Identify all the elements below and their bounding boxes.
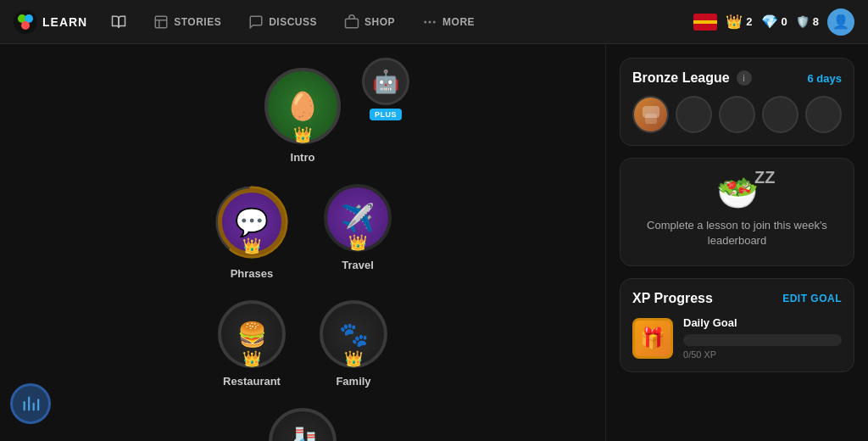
course-map: 🤖 PLUS 🥚 👑 Intro — [0, 44, 605, 441]
main-container: 🤖 PLUS 🥚 👑 Intro — [0, 44, 868, 441]
travel-label: Travel — [342, 259, 374, 271]
avatar-icon-1 — [638, 102, 664, 127]
shop-icon — [344, 14, 359, 30]
crown-count: 2 — [746, 15, 752, 28]
intro-label: Intro — [291, 151, 315, 164]
league-info-button[interactable]: i — [737, 70, 752, 86]
plus-badge: PLUS — [370, 109, 402, 120]
strength-button[interactable] — [10, 383, 51, 424]
burger-icon: 🍔 — [237, 321, 267, 349]
league-avatar-5[interactable] — [805, 96, 842, 133]
shield-count: 8 — [813, 15, 819, 28]
lesson-node-intro[interactable]: 🥚 👑 Intro — [264, 68, 341, 164]
svg-point-7 — [434, 21, 436, 23]
nav-right: 👑 2 💎 0 🛡️ 8 👤 — [693, 8, 854, 36]
restaurant-circle: 🍔 👑 — [218, 300, 286, 368]
svg-rect-4 — [155, 16, 167, 28]
nav-logo[interactable]: LEARN — [14, 10, 87, 34]
gem-icon: 💎 — [761, 14, 778, 30]
plus-circle: 🤖 — [362, 58, 409, 105]
league-header: Bronze League i 6 days — [632, 70, 842, 86]
phrases-ring-container: 💬 👑 — [214, 184, 290, 260]
more-icon — [422, 14, 437, 30]
svg-point-8 — [425, 21, 426, 23]
gem-count: 0 — [782, 15, 787, 28]
shield-stat[interactable]: 🛡️ 8 — [796, 15, 819, 28]
xp-bar-section: Daily Goal 0/50 XP — [683, 316, 842, 360]
sleeping-food-icon: 🥗 — [716, 174, 759, 211]
paw-icon: 🐾 — [339, 321, 369, 349]
league-avatar-1[interactable] — [632, 96, 669, 133]
intro-crown-badge: 👑 — [293, 126, 312, 144]
book-icon — [111, 14, 126, 30]
crown-stat[interactable]: 👑 2 — [726, 14, 752, 30]
xp-progress-bar-bg — [683, 334, 842, 346]
intro-circle: 🥚 👑 — [264, 68, 341, 144]
gem-stat[interactable]: 💎 0 — [761, 14, 787, 30]
league-avatar-4[interactable] — [762, 96, 798, 133]
egg-icon: 🥚 — [286, 90, 320, 122]
travel-circle: ✈️ 👑 — [324, 184, 392, 252]
lesson-row-4: 🧦 — [269, 408, 337, 441]
league-avatar-3[interactable] — [719, 96, 755, 133]
family-circle: 🐾 👑 — [320, 300, 387, 368]
xp-title: XP Progress — [632, 291, 713, 306]
phrases-label: Phrases — [231, 267, 274, 280]
nav-item-learn[interactable] — [101, 9, 136, 35]
phrases-circle: 💬 👑 — [218, 188, 286, 256]
phrases-crown-badge: 👑 — [242, 237, 261, 255]
travel-crown-badge: 👑 — [348, 233, 367, 252]
league-title: Bronze League — [632, 70, 730, 86]
bottom-circle: 🧦 — [269, 408, 337, 441]
league-avatars — [632, 96, 842, 133]
lesson-node-family[interactable]: 🐾 👑 Family — [320, 300, 387, 388]
sleep-text: Complete a lesson to join this week'slea… — [647, 218, 827, 248]
xp-header: XP Progress EDIT GOAL — [632, 291, 842, 306]
nav-shop-label: SHOP — [364, 16, 395, 28]
lesson-node-bottom[interactable]: 🧦 — [269, 408, 337, 441]
lesson-node-phrases[interactable]: 💬 👑 Phrases — [214, 184, 290, 280]
svg-point-6 — [429, 21, 431, 23]
nav-more-label: MORE — [442, 16, 475, 28]
xp-progress-card: XP Progress EDIT GOAL 🎁 Daily Goal 0/50 … — [620, 278, 854, 372]
family-crown-badge: 👑 — [344, 349, 363, 368]
nav-item-more[interactable]: MORE — [412, 9, 485, 35]
xp-count: 0/50 XP — [683, 349, 842, 360]
user-avatar[interactable]: 👤 — [827, 8, 854, 36]
nav-item-shop[interactable]: SHOP — [334, 9, 405, 35]
plus-button[interactable]: 🤖 PLUS — [362, 58, 409, 120]
svg-rect-16 — [645, 114, 657, 124]
league-days: 6 days — [808, 72, 842, 85]
nav-item-stories[interactable]: STORIES — [143, 9, 231, 35]
xp-content: 🎁 Daily Goal 0/50 XP — [632, 316, 842, 360]
zzz-icon: ZZ — [754, 169, 775, 186]
language-flag[interactable] — [693, 14, 717, 31]
svg-point-3 — [21, 21, 30, 30]
discuss-icon — [248, 14, 264, 30]
stories-icon — [153, 14, 169, 30]
svg-rect-5 — [346, 19, 359, 28]
sock-icon: 🧦 — [286, 426, 320, 441]
league-card: Bronze League i 6 days — [620, 58, 854, 146]
restaurant-crown-badge: 👑 — [242, 349, 261, 368]
info-icon: i — [743, 74, 745, 83]
league-avatar-2[interactable] — [676, 96, 712, 133]
lesson-row-3: 🍔 👑 Restaurant 🐾 👑 Family — [218, 300, 387, 388]
restaurant-label: Restaurant — [223, 375, 281, 388]
robot-face-icon: 🤖 — [372, 69, 399, 95]
nav-item-discuss[interactable]: DISCUSS — [238, 9, 327, 35]
right-panel: Bronze League i 6 days — [605, 44, 868, 441]
sleep-visual: 🥗 ZZ — [716, 176, 759, 209]
family-label: Family — [336, 375, 370, 388]
speech-icon: 💬 — [235, 206, 269, 238]
duolingo-logo-icon — [14, 10, 37, 34]
xp-chest-icon: 🎁 — [632, 318, 673, 359]
shield-icon: 🛡️ — [796, 15, 810, 28]
plane-icon: ✈️ — [341, 202, 375, 234]
xp-edit-button[interactable]: EDIT GOAL — [782, 293, 842, 304]
nav-discuss-label: DISCUSS — [269, 16, 317, 28]
xp-goal-label: Daily Goal — [683, 316, 842, 329]
navbar: LEARN STORIES DISCUSS SHOP MORE 👑 2 💎 0 — [0, 0, 868, 44]
lesson-node-travel[interactable]: ✈️ 👑 Travel — [324, 184, 392, 280]
lesson-node-restaurant[interactable]: 🍔 👑 Restaurant — [218, 300, 286, 388]
